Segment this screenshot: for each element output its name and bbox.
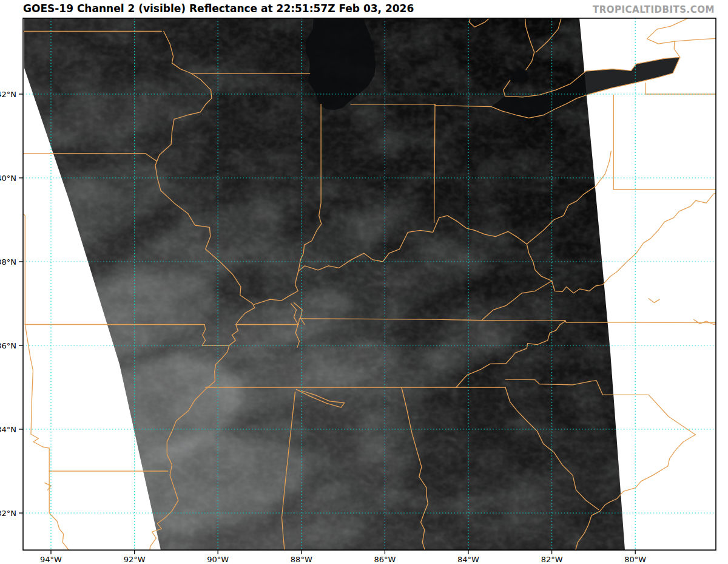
lon-label-88: 88°W — [291, 555, 312, 564]
lat-label-38: 38°N — [0, 257, 16, 267]
lon-label-92: 92°W — [124, 555, 146, 564]
lat-label-40: 40°N — [0, 174, 16, 183]
lon-label-90: 90°W — [207, 555, 229, 564]
lon-label-80: 80°W — [624, 555, 646, 564]
lon-label-84: 84°W — [457, 555, 479, 564]
lon-label-94: 94°W — [40, 555, 62, 564]
satellite-map: 42°N40°N38°N36°N34°N32°N94°W92°W90°W88°W… — [0, 0, 728, 564]
lat-label-42: 42°N — [0, 90, 16, 99]
lat-label-32: 32°N — [0, 509, 16, 518]
map-area — [0, 15, 723, 564]
lon-label-82: 82°W — [541, 555, 563, 564]
lat-label-34: 34°N — [0, 425, 16, 434]
lat-label-36: 36°N — [0, 341, 16, 350]
goes19-satellite-figure: GOES-19 Channel 2 (visible) Reflectance … — [0, 0, 728, 564]
lon-label-86: 86°W — [374, 555, 396, 564]
